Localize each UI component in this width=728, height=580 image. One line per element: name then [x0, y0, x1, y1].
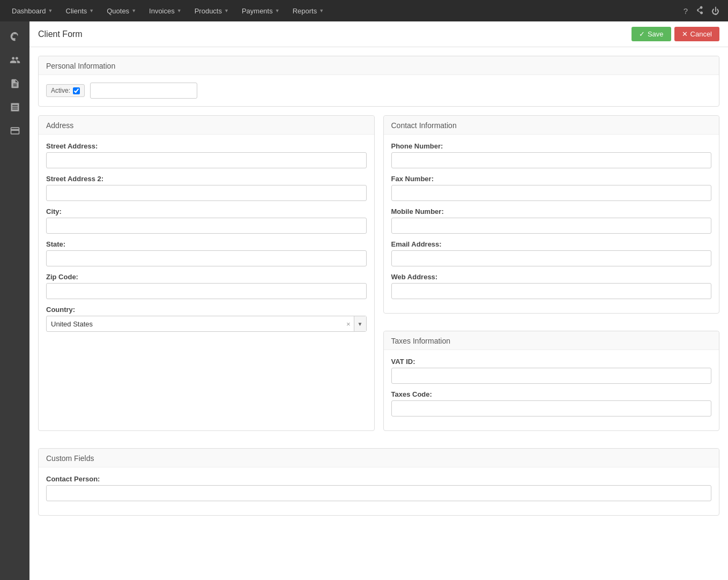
custom-fields-body: Contact Person:: [39, 467, 719, 515]
sidebar-item-quotes[interactable]: [4, 73, 26, 94]
fax-field-group: Fax Number:: [391, 175, 712, 201]
city-field-group: City:: [46, 207, 367, 234]
invoice-icon: [10, 102, 20, 113]
street-label: Street Address:: [46, 142, 367, 150]
fax-label: Fax Number:: [391, 175, 712, 183]
nav-right-icons: ? ⏻: [684, 6, 723, 16]
web-input[interactable]: [391, 283, 712, 299]
nav-item-invoices[interactable]: Invoices ▼: [143, 0, 188, 21]
app-layout: Client Form ✓ Save ✕ Cancel Personal Inf…: [0, 21, 728, 580]
street-input[interactable]: [46, 152, 367, 168]
contact-panel: Contact Information Phone Number: Fax Nu…: [383, 115, 720, 314]
mobile-input[interactable]: [391, 218, 712, 234]
two-col-layout: Address Street Address: Street Address 2…: [38, 115, 719, 440]
chevron-down-icon: ▼: [131, 8, 136, 13]
email-field-group: Email Address:: [391, 240, 712, 266]
zip-field-group: Zip Code:: [46, 273, 367, 299]
help-icon[interactable]: ?: [684, 6, 688, 16]
city-input[interactable]: [46, 218, 367, 234]
contact-title: Contact Information: [384, 116, 719, 135]
city-label: City:: [46, 207, 367, 215]
taxes-panel: Taxes Information VAT ID: Taxes Code:: [383, 331, 720, 431]
palette-icon: [10, 31, 20, 42]
street2-input[interactable]: [46, 185, 367, 201]
name-input[interactable]: [90, 83, 197, 99]
contact-person-label: Contact Person:: [46, 475, 711, 483]
sidebar: [0, 21, 29, 580]
x-icon: ✕: [682, 30, 688, 38]
address-panel: Address Street Address: Street Address 2…: [38, 115, 375, 431]
vat-input[interactable]: [391, 368, 712, 384]
sidebar-item-invoices[interactable]: [4, 96, 26, 118]
taxes-code-label: Taxes Code:: [391, 390, 712, 398]
nav-item-reports[interactable]: Reports ▼: [286, 0, 330, 21]
state-input[interactable]: [46, 250, 367, 266]
sidebar-item-payments[interactable]: [4, 120, 26, 142]
save-button[interactable]: ✓ Save: [632, 27, 671, 41]
cancel-button[interactable]: ✕ Cancel: [674, 27, 719, 41]
personal-information-body: Active:: [39, 75, 719, 106]
taxes-code-field-group: Taxes Code:: [391, 390, 712, 417]
share-icon[interactable]: [695, 6, 704, 16]
chevron-down-icon: ▼: [48, 8, 53, 13]
sidebar-item-clients[interactable]: [4, 49, 26, 71]
contact-person-field-group: Contact Person:: [46, 475, 711, 501]
nav-item-clients[interactable]: Clients ▼: [60, 0, 101, 21]
country-value: United States: [47, 316, 343, 331]
chevron-down-icon: ▼: [177, 8, 182, 13]
right-col: Contact Information Phone Number: Fax Nu…: [383, 115, 720, 440]
taxes-code-input[interactable]: [391, 400, 712, 417]
nav-item-dashboard[interactable]: Dashboard ▼: [5, 0, 60, 21]
country-field-group: Country: United States × ▼: [46, 306, 367, 332]
street2-field-group: Street Address 2:: [46, 175, 367, 201]
form-content: Personal Information Active: Address: [29, 47, 728, 533]
country-dropdown-button[interactable]: ▼: [354, 316, 366, 331]
active-checkbox[interactable]: [73, 87, 80, 94]
phone-input[interactable]: [391, 152, 712, 168]
address-title: Address: [39, 116, 374, 135]
power-icon[interactable]: ⏻: [711, 6, 719, 16]
checkmark-icon: ✓: [639, 30, 645, 38]
personal-information-panel: Personal Information Active:: [38, 56, 719, 107]
fax-input[interactable]: [391, 185, 712, 201]
chevron-down-icon: ▼: [224, 8, 229, 13]
country-clear-button[interactable]: ×: [343, 316, 354, 331]
country-select[interactable]: United States × ▼: [46, 316, 367, 332]
file-icon: [10, 78, 20, 89]
contact-person-input[interactable]: [46, 485, 711, 501]
web-field-group: Web Address:: [391, 273, 712, 299]
nav-item-products[interactable]: Products ▼: [188, 0, 235, 21]
main-content: Client Form ✓ Save ✕ Cancel Personal Inf…: [29, 21, 728, 580]
street-field-group: Street Address:: [46, 142, 367, 168]
active-label: Active:: [46, 84, 85, 97]
zip-input[interactable]: [46, 283, 367, 299]
nav-items: Dashboard ▼ Clients ▼ Quotes ▼ Invoices …: [5, 0, 330, 21]
address-body: Street Address: Street Address 2: City:: [39, 135, 374, 346]
users-icon: [10, 55, 20, 65]
nav-item-payments[interactable]: Payments ▼: [235, 0, 286, 21]
header-actions: ✓ Save ✕ Cancel: [632, 27, 719, 41]
chevron-down-icon: ▼: [319, 8, 324, 13]
zip-label: Zip Code:: [46, 273, 367, 281]
mobile-field-group: Mobile Number:: [391, 207, 712, 234]
page-title: Client Form: [38, 29, 83, 39]
top-nav: Dashboard ▼ Clients ▼ Quotes ▼ Invoices …: [0, 0, 728, 21]
street2-label: Street Address 2:: [46, 175, 367, 183]
mobile-label: Mobile Number:: [391, 207, 712, 215]
personal-row: Active:: [46, 83, 711, 99]
sidebar-item-theme[interactable]: [4, 26, 26, 47]
email-input[interactable]: [391, 250, 712, 266]
payment-icon: [10, 125, 20, 136]
state-label: State:: [46, 240, 367, 248]
email-label: Email Address:: [391, 240, 712, 248]
vat-label: VAT ID:: [391, 358, 712, 366]
taxes-title: Taxes Information: [384, 331, 719, 350]
custom-fields-title: Custom Fields: [39, 449, 719, 467]
page-header: Client Form ✓ Save ✕ Cancel: [29, 21, 728, 47]
state-field-group: State:: [46, 240, 367, 266]
contact-body: Phone Number: Fax Number: Mobile Number:: [384, 135, 719, 313]
chevron-down-icon: ▼: [275, 8, 280, 13]
nav-item-quotes[interactable]: Quotes ▼: [100, 0, 143, 21]
personal-information-title: Personal Information: [39, 56, 719, 75]
custom-fields-panel: Custom Fields Contact Person:: [38, 448, 719, 516]
